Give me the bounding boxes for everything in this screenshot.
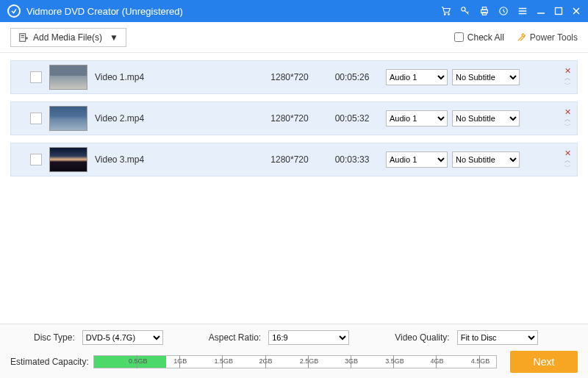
svg-rect-4	[482, 7, 486, 10]
audio-select[interactable]: Audio 1	[386, 110, 448, 126]
file-name: Video 2.mp4	[95, 113, 257, 124]
capacity-bar: 0.5GB1GB1.5GB2GB2.5GB3GB3.5GB4GB4.5GB	[93, 355, 497, 368]
caret-down-icon: ▼	[110, 32, 118, 43]
svg-point-1	[448, 14, 450, 15]
key-icon[interactable]	[460, 6, 470, 16]
video-quality-label: Video Quality:	[395, 332, 450, 343]
aspect-ratio-label: Aspect Ratio:	[209, 332, 261, 343]
resolution: 1280*720	[257, 72, 323, 82]
window-buttons	[441, 6, 581, 16]
history-icon[interactable]	[498, 6, 509, 16]
check-all-label: Check All	[467, 32, 504, 43]
file-name: Video 1.mp4	[95, 72, 257, 82]
check-all-checkbox[interactable]	[454, 32, 464, 42]
svg-rect-7	[556, 8, 562, 15]
app-logo	[7, 4, 21, 18]
move-up-icon[interactable]: ︿	[564, 157, 571, 163]
bottom-panel: Disc Type: DVD-5 (4.7G) Aspect Ratio: 16…	[0, 324, 588, 378]
disc-type-label: Disc Type:	[34, 332, 75, 343]
capacity-tick: 0.5GB	[137, 355, 137, 368]
media-row: Video 3.mp4 1280*720 00:03:33 Audio 1 No…	[10, 143, 578, 176]
row-checkbox[interactable]	[30, 113, 42, 124]
toolbar: Add Media File(s) ▼ Check All Power Tool…	[0, 22, 588, 53]
svg-point-0	[444, 14, 445, 15]
menu-icon[interactable]	[517, 6, 528, 16]
move-down-icon[interactable]: ﹀	[564, 164, 571, 170]
row-checkbox[interactable]	[30, 71, 42, 83]
check-all[interactable]: Check All	[454, 32, 504, 43]
duration: 00:05:32	[323, 113, 381, 124]
minimize-icon[interactable]	[537, 7, 545, 15]
audio-select[interactable]: Audio 1	[386, 151, 448, 168]
cart-icon[interactable]	[441, 6, 451, 16]
add-file-icon	[18, 32, 29, 43]
media-row: Video 1.mp4 1280*720 00:05:26 Audio 1 No…	[10, 60, 578, 94]
capacity-tick: 1GB	[179, 355, 180, 368]
aspect-ratio-select[interactable]: 16:9	[268, 330, 349, 345]
move-down-icon[interactable]: ﹀	[564, 123, 571, 129]
tools-icon	[516, 32, 526, 43]
delete-icon[interactable]: ✕	[564, 108, 571, 115]
capacity-tick: 1.5GB	[222, 355, 223, 368]
close-icon[interactable]	[572, 7, 581, 15]
move-up-icon[interactable]: ︿	[564, 75, 571, 81]
resolution: 1280*720	[257, 154, 323, 165]
add-media-button[interactable]: Add Media File(s) ▼	[10, 28, 126, 47]
power-tools-label: Power Tools	[530, 32, 578, 43]
disc-type-select[interactable]: DVD-5 (4.7G)	[82, 330, 163, 345]
subtitle-select[interactable]: No Subtitle	[452, 110, 520, 126]
capacity-tick: 4GB	[436, 355, 437, 368]
file-name: Video 3.mp4	[95, 154, 257, 165]
next-button[interactable]: Next	[510, 351, 578, 373]
duration: 00:05:26	[323, 72, 381, 82]
capacity-tick: 3GB	[351, 355, 351, 368]
thumbnail[interactable]	[49, 106, 87, 131]
maximize-icon[interactable]	[554, 7, 563, 15]
add-media-label: Add Media File(s)	[33, 32, 102, 43]
capacity-tick: 3.5GB	[393, 355, 394, 368]
titlebar: Vidmore DVD Creator (Unregistered)	[0, 0, 588, 22]
row-checkbox[interactable]	[30, 154, 42, 165]
video-quality-select[interactable]: Fit to Disc	[457, 330, 538, 345]
output-options: Disc Type: DVD-5 (4.7G) Aspect Ratio: 16…	[10, 330, 578, 345]
resolution: 1280*720	[257, 113, 323, 124]
svg-rect-5	[482, 13, 486, 15]
media-list: Video 1.mp4 1280*720 00:05:26 Audio 1 No…	[0, 53, 588, 184]
duration: 00:03:33	[323, 154, 381, 165]
printer-icon[interactable]	[479, 6, 490, 16]
delete-icon[interactable]: ✕	[564, 67, 571, 74]
capacity-tick: 2GB	[265, 355, 266, 368]
move-up-icon[interactable]: ︿	[564, 116, 571, 122]
audio-select[interactable]: Audio 1	[386, 69, 448, 85]
media-row: Video 2.mp4 1280*720 00:05:32 Audio 1 No…	[10, 101, 578, 135]
thumbnail[interactable]	[49, 65, 87, 90]
subtitle-select[interactable]: No Subtitle	[452, 151, 520, 168]
capacity-tick: 4.5GB	[479, 355, 480, 368]
move-down-icon[interactable]: ﹀	[564, 82, 571, 88]
power-tools-button[interactable]: Power Tools	[516, 32, 578, 43]
subtitle-select[interactable]: No Subtitle	[452, 69, 520, 85]
delete-icon[interactable]: ✕	[564, 149, 571, 157]
app-title: Vidmore DVD Creator (Unregistered)	[26, 6, 441, 17]
capacity-label: Estimated Capacity:	[10, 357, 89, 367]
capacity-tick: 2.5GB	[308, 355, 309, 368]
thumbnail[interactable]	[49, 147, 87, 172]
